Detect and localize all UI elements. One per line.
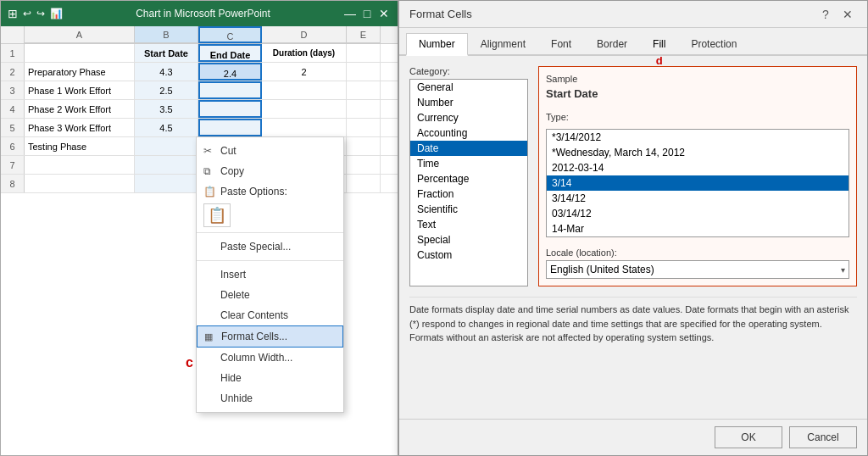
close-btn[interactable]: ✕ (377, 7, 391, 20)
cell-8e[interactable] (347, 175, 381, 192)
copy-label: Copy (220, 165, 244, 177)
cat-accounting[interactable]: Accounting (410, 125, 527, 141)
cat-percentage[interactable]: Percentage (410, 171, 527, 186)
minimize-btn[interactable]: — (343, 7, 357, 20)
cell-1e[interactable] (347, 44, 381, 62)
col-header-a[interactable]: A (25, 26, 135, 43)
sample-value: Start Date (546, 86, 849, 102)
type-item-3[interactable]: 2012-03-14 (547, 160, 849, 175)
type-item-4[interactable]: 3/14 (547, 175, 849, 191)
col-header-b[interactable]: B (135, 26, 198, 43)
cell-3d[interactable] (262, 81, 347, 99)
cell-1a[interactable] (25, 44, 135, 62)
hide-menu-item[interactable]: Hide (197, 368, 343, 388)
maximize-btn[interactable]: □ (360, 7, 374, 20)
cell-2e[interactable] (347, 63, 381, 81)
cell-4e[interactable] (347, 100, 381, 118)
dialog-footer: OK Cancel (399, 419, 867, 455)
cell-6e[interactable] (347, 137, 381, 155)
cell-2b[interactable]: 4.3 (135, 63, 198, 81)
type-item-6[interactable]: 03/14/12 (547, 206, 849, 221)
description-area: Date formats display date and time seria… (409, 297, 857, 350)
insert-menu-item[interactable]: Insert (197, 264, 343, 285)
cut-menu-item[interactable]: ✂ Cut (197, 141, 343, 161)
tab-protection[interactable]: Protection (678, 33, 749, 56)
cell-4b[interactable]: 3.5 (135, 100, 198, 118)
cell-7a[interactable] (25, 156, 135, 174)
paste-icon: 📋 (203, 186, 216, 197)
type-item-7[interactable]: 14-Mar (547, 221, 849, 236)
cell-6b[interactable] (135, 137, 198, 155)
type-item-5[interactable]: 3/14/12 (547, 191, 849, 206)
locale-select[interactable]: English (United States) ▾ (546, 260, 849, 279)
cat-number[interactable]: Number (410, 95, 527, 110)
cell-5b[interactable]: 4.5 (135, 119, 198, 136)
dialog-titlebar: Format Cells ? ✕ (399, 1, 867, 28)
cell-3e[interactable] (347, 81, 381, 99)
paste-special-menu-item[interactable]: Paste Special... (197, 236, 343, 257)
copy-menu-item[interactable]: ⧉ Copy (197, 161, 343, 181)
type-item-2[interactable]: *Wednesday, March 14, 2012 (547, 145, 849, 160)
cell-3a[interactable]: Phase 1 Work Effort (25, 81, 135, 99)
cat-text[interactable]: Text (410, 217, 527, 232)
redo-btn[interactable]: ↪ (36, 8, 45, 19)
cell-5c[interactable] (198, 119, 262, 136)
tab-alignment-label: Alignment (481, 38, 526, 50)
context-menu: ✂ Cut ⧉ Copy 📋 Paste Options: 📋 Paste Sp… (196, 136, 344, 413)
unhide-menu-item[interactable]: Unhide (197, 388, 343, 409)
dialog-close-btn[interactable]: ✕ (838, 5, 857, 24)
tab-fill[interactable]: Fill d (640, 33, 678, 56)
cat-scientific[interactable]: Scientific (410, 202, 527, 217)
cell-8a[interactable] (25, 175, 135, 192)
category-list[interactable]: General Number Currency Accounting Date … (409, 79, 528, 286)
tab-font[interactable]: Font (538, 33, 584, 56)
clear-contents-menu-item[interactable]: Clear Contents (197, 305, 343, 325)
cat-date[interactable]: Date (410, 141, 527, 156)
cat-general[interactable]: General (410, 80, 527, 95)
tab-alignment[interactable]: Alignment (468, 33, 538, 56)
cell-2c[interactable]: 2.4 (198, 63, 262, 81)
cat-fraction[interactable]: Fraction (410, 186, 527, 202)
cell-5d[interactable] (262, 119, 347, 136)
dialog-help-btn[interactable]: ? (816, 5, 835, 24)
column-width-menu-item[interactable]: Column Width... (197, 348, 343, 368)
tab-number[interactable]: Number (406, 33, 468, 56)
cell-4c[interactable] (198, 100, 262, 118)
cat-currency[interactable]: Currency (410, 110, 527, 125)
paste-options-menu-item[interactable]: 📋 Paste Options: (197, 181, 343, 202)
cat-time[interactable]: Time (410, 156, 527, 171)
cell-2a[interactable]: Preparatory Phase (25, 63, 135, 81)
tab-border-label: Border (597, 38, 627, 50)
cat-custom[interactable]: Custom (410, 247, 527, 263)
tab-border[interactable]: Border (584, 33, 640, 56)
cell-7b[interactable] (135, 156, 198, 174)
cell-3c[interactable] (198, 81, 262, 99)
col-header-d[interactable]: D (262, 26, 347, 43)
undo-btn[interactable]: ↩ (23, 8, 31, 19)
cat-special[interactable]: Special (410, 232, 527, 247)
delete-menu-item[interactable]: Delete (197, 285, 343, 305)
cell-8b[interactable] (135, 175, 198, 192)
cancel-button[interactable]: Cancel (789, 426, 857, 448)
cell-6a[interactable]: Testing Phase (25, 137, 135, 155)
cell-2d[interactable]: 2 (262, 63, 347, 81)
ok-button[interactable]: OK (715, 426, 782, 448)
cell-3b[interactable]: 2.5 (135, 81, 198, 99)
cell-1c[interactable]: End Date (198, 44, 262, 62)
excel-panel: ⊞ ↩ ↪ 📊 Chart in Microsoft PowerPoint — … (0, 0, 398, 456)
cell-4a[interactable]: Phase 2 Work Effort (25, 100, 135, 118)
annotation-d: d (656, 54, 663, 67)
cell-1d[interactable]: Duration (days) (262, 44, 347, 62)
titlebar-title: Chart in Microsoft PowerPoint (68, 8, 338, 19)
col-header-e[interactable]: E (347, 26, 381, 43)
col-header-c[interactable]: C (198, 26, 262, 43)
type-item-1[interactable]: *3/14/2012 (547, 130, 849, 145)
cell-5e[interactable] (347, 119, 381, 136)
format-cells-menu-item[interactable]: ▦ Format Cells... (197, 325, 343, 348)
cell-7e[interactable] (347, 156, 381, 174)
type-list[interactable]: *3/14/2012 *Wednesday, March 14, 2012 20… (546, 129, 849, 237)
cell-5a[interactable]: Phase 3 Work Effort (25, 119, 135, 136)
cell-4d[interactable] (262, 100, 347, 118)
row-num: 4 (1, 100, 25, 118)
cell-1b[interactable]: Start Date (135, 44, 198, 62)
